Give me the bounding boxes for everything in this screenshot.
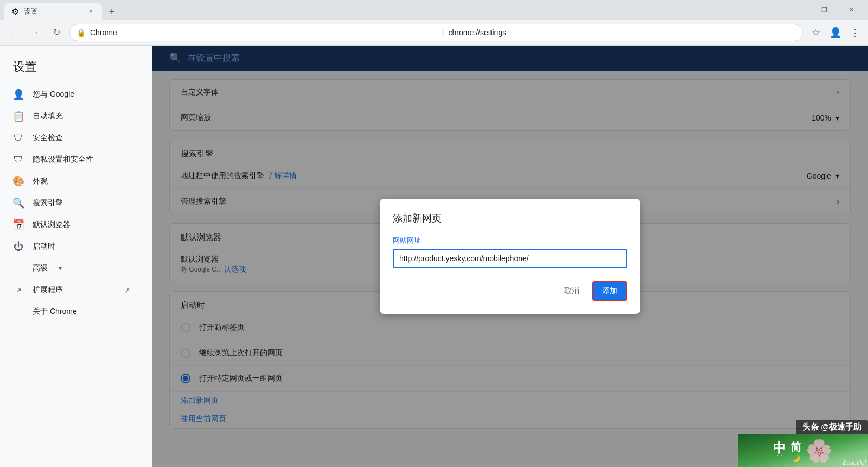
sidebar-item-security[interactable]: 🛡 安全检查 — [0, 127, 143, 149]
watermark-moon: 🌙 — [792, 455, 800, 462]
sidebar-item-label: 启动时 — [33, 242, 55, 251]
sidebar-advanced-label: 高级 — [33, 263, 48, 273]
dialog-url-input[interactable] — [393, 249, 627, 268]
advanced-icon — [13, 263, 24, 274]
calendar-icon: 📅 — [13, 219, 24, 230]
tab-close-button[interactable]: × — [86, 7, 95, 16]
sidebar-item-label: 自动填充 — [33, 111, 63, 121]
sidebar-item-about[interactable]: 关于 Chrome — [0, 301, 143, 323]
dialog-title: 添加新网页 — [393, 212, 627, 225]
minimize-button[interactable]: — — [784, 1, 809, 18]
watermark-text: 头条 @极速手助 — [796, 420, 868, 434]
sidebar-item-label: 隐私设置和安全性 — [33, 155, 93, 165]
address-bar[interactable]: 🔒 Chrome | chrome://settings — [69, 24, 803, 41]
title-bar: ⚙ 设置 × + — ❐ ✕ — [0, 0, 868, 20]
menu-button[interactable]: ⋮ — [846, 24, 864, 41]
address-url: chrome://settings — [449, 28, 796, 37]
sidebar-item-label: 外观 — [33, 176, 48, 186]
tab-favicon: ⚙ — [11, 7, 20, 16]
add-button[interactable]: 添加 — [592, 281, 627, 301]
sidebar-item-extensions[interactable]: ↗ 扩展程序 ↗ — [0, 279, 143, 301]
search-icon: 🔍 — [13, 198, 24, 209]
cancel-button[interactable]: 取消 — [556, 281, 588, 301]
watermark-simple: 简 — [790, 440, 801, 455]
tab-label: 设置 — [24, 7, 81, 16]
new-tab-button[interactable]: + — [104, 4, 119, 20]
sidebar-advanced[interactable]: 高级 ▾ — [0, 257, 152, 279]
maximize-button[interactable]: ❐ — [812, 1, 837, 18]
watermark-caption: Beautiful — [843, 459, 866, 466]
about-icon — [13, 306, 24, 317]
address-separator: | — [442, 28, 444, 37]
sidebar: 设置 👤 您与 Google 📋 自动填充 🛡 安全检查 🛡 隐私设置和安全性 … — [0, 46, 152, 467]
privacy-icon: 🛡 — [13, 154, 24, 165]
close-button[interactable]: ✕ — [839, 1, 864, 18]
sidebar-item-privacy[interactable]: 🛡 隐私设置和安全性 — [0, 149, 143, 171]
watermark-dots: ° ° — [777, 455, 783, 460]
sidebar-item-label: 搜索引擎 — [33, 198, 63, 208]
active-tab[interactable]: ⚙ 设置 × — [4, 3, 102, 20]
paint-icon: 🎨 — [13, 176, 24, 187]
person-icon: 👤 — [13, 89, 24, 100]
sidebar-item-appearance[interactable]: 🎨 外观 — [0, 171, 143, 192]
settings-content: 🔍 自定义字体 › 网页缩放 100% ▾ — [152, 46, 868, 467]
sidebar-item-startup[interactable]: ⏻ 启动时 — [0, 236, 143, 257]
refresh-button[interactable]: ↻ — [48, 24, 65, 41]
forward-button[interactable]: → — [26, 24, 43, 41]
nav-bar: ← → ↻ 🔒 Chrome | chrome://settings ☆ 👤 ⋮ — [0, 20, 868, 46]
profile-button[interactable]: 👤 — [827, 24, 844, 41]
browser-frame: ⚙ 设置 × + — ❐ ✕ ← → ↻ 🔒 Chrome | chrome:/… — [0, 0, 868, 467]
add-page-dialog: 添加新网页 网站网址 取消 添加 — [380, 199, 640, 314]
back-button[interactable]: ← — [4, 24, 22, 41]
shield-icon: 🛡 — [13, 132, 24, 143]
dialog-actions: 取消 添加 — [393, 281, 627, 301]
main-content: 设置 👤 您与 Google 📋 自动填充 🛡 安全检查 🛡 隐私设置和安全性 … — [0, 46, 868, 467]
dialog-field-label: 网站网址 — [393, 236, 627, 245]
sidebar-item-autofill[interactable]: 📋 自动填充 — [0, 105, 143, 127]
watermark-cn-block: 中 ° ° — [773, 441, 786, 460]
watermark-flower: 🌸 — [806, 438, 833, 464]
clipboard-icon: 📋 — [13, 111, 24, 122]
secure-icon: 🔒 — [76, 28, 86, 37]
external-link-icon: ↗ — [124, 286, 130, 294]
sidebar-item-label: 扩展程序 — [33, 285, 63, 295]
sidebar-item-label: 您与 Google — [33, 90, 74, 99]
sidebar-item-label: 默认浏览器 — [33, 220, 71, 230]
bookmark-button[interactable]: ☆ — [807, 24, 825, 41]
watermark-simple-block: 简 🌙 — [790, 440, 801, 462]
tab-bar: ⚙ 设置 × + — [4, 0, 784, 20]
nav-right-buttons: ☆ 👤 ⋮ — [807, 24, 864, 41]
sidebar-title: 设置 — [0, 54, 152, 84]
sidebar-item-label: 安全检查 — [33, 133, 63, 143]
sidebar-item-google[interactable]: 👤 您与 Google — [0, 84, 143, 105]
power-icon: ⏻ — [13, 241, 24, 252]
sidebar-item-default-browser[interactable]: 📅 默认浏览器 — [0, 214, 143, 236]
watermark-image: 中 ° ° 简 🌙 Beautiful 🌸 — [738, 434, 868, 467]
watermark-cn: 中 — [773, 441, 786, 455]
sidebar-item-search[interactable]: 🔍 搜索引擎 — [0, 192, 143, 214]
sidebar-item-label: 关于 Chrome — [33, 307, 77, 317]
window-controls: — ❐ ✕ — [784, 1, 864, 18]
address-site: Chrome — [90, 28, 437, 37]
extensions-icon: ↗ — [13, 285, 24, 295]
chevron-down-icon: ▾ — [59, 264, 62, 272]
modal-overlay: 添加新网页 网站网址 取消 添加 — [152, 46, 868, 467]
